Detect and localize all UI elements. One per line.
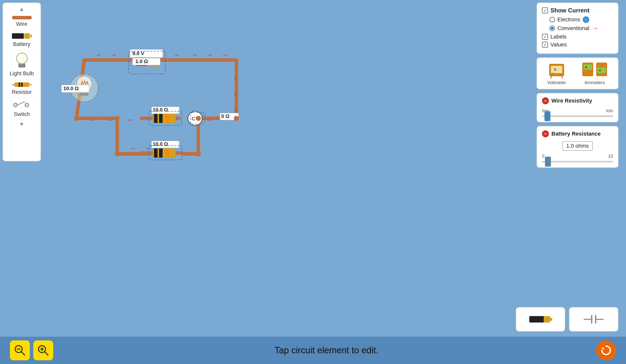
sidebar-scroll-up[interactable]: ▲	[19, 6, 25, 12]
svg-text:↓: ↓	[233, 74, 237, 82]
zoom-in-button[interactable]	[33, 340, 53, 360]
zoom-in-icon	[37, 344, 49, 357]
zoom-out-icon	[14, 344, 26, 357]
svg-point-67	[74, 116, 79, 121]
sidebar-item-lightbulb[interactable]: Light Bulb	[3, 50, 41, 79]
voltmeter-instrument[interactable]: V ? Voltmeter	[547, 61, 566, 85]
ammeter-icon-1: A ? +	[581, 61, 594, 79]
sidebar-item-wire[interactable]: Wire	[3, 13, 41, 30]
svg-text:?: ?	[584, 71, 586, 73]
sidebar-item-resistor[interactable]: Resistor	[3, 79, 41, 98]
instruments-panel: V ? Voltmeter A ? +	[537, 57, 619, 89]
svg-text:?: ?	[598, 64, 600, 67]
battery-resistance-thumb[interactable]	[545, 157, 551, 167]
svg-line-74	[562, 76, 563, 79]
svg-rect-85	[544, 316, 550, 323]
sidebar-item-battery[interactable]: Battery	[3, 30, 41, 50]
svg-text:→: →	[94, 51, 101, 59]
svg-text:→: →	[221, 51, 228, 59]
conventional-radio[interactable]	[549, 26, 555, 31]
switch-label: Switch	[14, 111, 30, 117]
labels-checkbox[interactable]: ✓	[542, 34, 548, 40]
values-text: Values	[550, 41, 567, 48]
labels-text: Labels	[550, 34, 567, 40]
conventional-label: Conventional	[557, 25, 589, 32]
electrons-indicator	[583, 16, 589, 23]
svg-text:→: →	[110, 51, 117, 59]
battery-resistance-panel: − Battery Resistance 1.0 ohms 0 10	[537, 126, 619, 168]
wire-resistivity-thumb[interactable]	[544, 111, 550, 121]
svg-point-63	[115, 116, 120, 121]
ammeter-icon-2: A ?	[595, 61, 608, 79]
svg-text:←: ←	[130, 144, 137, 152]
svg-text:↓: ↓	[233, 104, 237, 112]
battery-resistance-track	[542, 161, 613, 162]
wire-resistivity-track	[542, 115, 613, 117]
svg-rect-86	[550, 318, 552, 321]
svg-text:10.0 Ω: 10.0 Ω	[63, 86, 79, 91]
svg-rect-56	[159, 148, 163, 158]
svg-text:+: +	[586, 61, 588, 64]
ammeters-instrument[interactable]: A ? + A ? Ammeters	[581, 61, 608, 85]
svg-text:1.0 Ω: 1.0 Ω	[135, 59, 148, 64]
bulb-icon	[16, 53, 28, 69]
svg-text:→: →	[191, 51, 198, 59]
wire-resistivity-title: Wire Resistivity	[551, 98, 592, 104]
add-capacitor-button[interactable]	[569, 307, 619, 332]
svg-text:←: ←	[89, 116, 96, 124]
sidebar-item-switch[interactable]: Switch	[3, 98, 41, 120]
wire-icon	[12, 16, 32, 19]
svg-rect-57	[165, 148, 169, 158]
zoom-out-button[interactable]	[10, 340, 30, 360]
add-battery-button[interactable]	[516, 307, 565, 332]
svg-text:←: ←	[127, 116, 134, 124]
show-current-checkbox[interactable]: ✓	[542, 7, 548, 13]
circuit-diagram[interactable]: → → → → → → ↓ ↓ ↓ ← ← ← ← ← ← ← ← 9.0 V …	[39, 7, 287, 189]
battery-resistance-minus[interactable]: −	[542, 130, 549, 137]
battery-resistance-value: 1.0 ohms	[562, 141, 593, 151]
bottom-bar: Tap circuit element to edit.	[0, 337, 626, 364]
electrons-label: Electrons	[557, 16, 580, 23]
ammeters-label: Ammeters	[584, 80, 605, 85]
sidebar-scroll-down[interactable]: ▼	[19, 121, 25, 128]
values-checkbox[interactable]: ✓	[542, 42, 548, 48]
svg-text:C: C	[192, 116, 195, 121]
show-current-title: Show Current	[550, 7, 589, 14]
svg-line-93	[21, 352, 25, 355]
wire-resistivity-panel: − Wire Resistivity tiny lots	[537, 93, 619, 122]
electrons-radio[interactable]	[549, 17, 555, 22]
battery-icon	[12, 33, 32, 39]
svg-rect-55	[154, 148, 157, 158]
svg-marker-98	[601, 348, 604, 350]
svg-text:←: ←	[107, 116, 114, 124]
right-panel: ✓ Show Current Electrons Conventional → …	[537, 2, 619, 168]
svg-text:A: A	[599, 69, 601, 72]
svg-line-73	[550, 76, 552, 79]
bat-res-min-label: 0	[542, 154, 544, 159]
svg-text:←: ←	[206, 116, 213, 124]
wire-resistivity-minus[interactable]: −	[542, 97, 549, 104]
svg-point-66	[196, 151, 201, 156]
svg-point-64	[196, 116, 201, 121]
svg-rect-84	[529, 316, 544, 323]
svg-point-65	[115, 151, 120, 156]
svg-rect-41	[154, 114, 157, 123]
refresh-icon	[600, 344, 612, 357]
battery-label: Battery	[13, 41, 31, 47]
svg-text:A: A	[585, 66, 587, 69]
switch-icon	[13, 101, 31, 109]
resistor-icon	[12, 82, 32, 87]
bat-res-max-label: 10	[608, 154, 613, 159]
svg-text:→: →	[173, 51, 180, 59]
svg-text:0 Ω: 0 Ω	[221, 113, 229, 119]
show-current-panel: ✓ Show Current Electrons Conventional → …	[537, 2, 619, 54]
voltmeter-label: Voltmeter	[547, 80, 566, 85]
battery-resistance-title: Battery Resistance	[551, 131, 601, 137]
refresh-button[interactable]	[596, 340, 616, 360]
lightbulb-label: Light Bulb	[10, 70, 34, 77]
battery-action-icon	[528, 313, 553, 326]
svg-text:V: V	[554, 68, 556, 72]
voltmeter-icon: V ?	[548, 61, 565, 79]
svg-text:→: →	[206, 51, 213, 59]
svg-text:10.0 Ω: 10.0 Ω	[153, 107, 168, 112]
